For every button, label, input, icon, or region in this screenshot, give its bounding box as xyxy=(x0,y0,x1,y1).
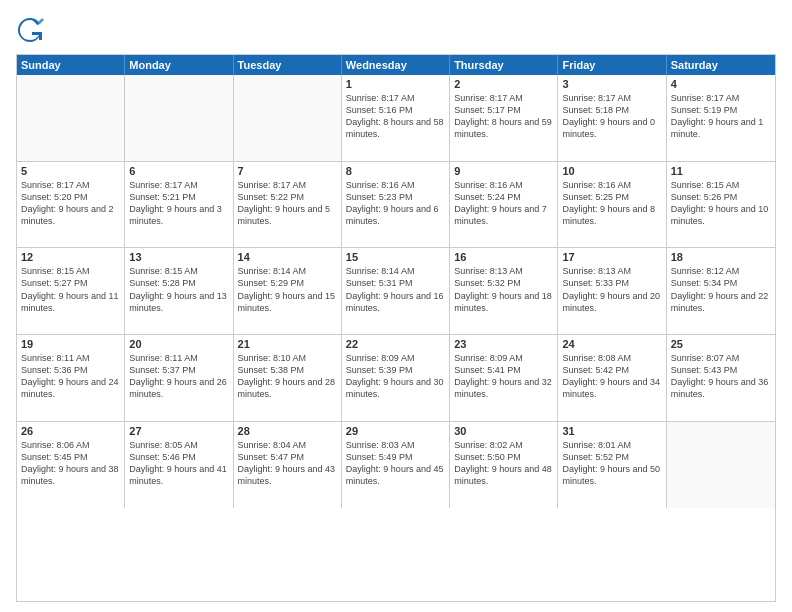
calendar: SundayMondayTuesdayWednesdayThursdayFrid… xyxy=(16,54,776,602)
calendar-cell: 15Sunrise: 8:14 AMSunset: 5:31 PMDayligh… xyxy=(342,248,450,334)
calendar-cell: 20Sunrise: 8:11 AMSunset: 5:37 PMDayligh… xyxy=(125,335,233,421)
cell-info: Sunrise: 8:16 AMSunset: 5:25 PMDaylight:… xyxy=(562,179,661,228)
calendar-cell xyxy=(125,75,233,161)
cell-info: Sunrise: 8:03 AMSunset: 5:49 PMDaylight:… xyxy=(346,439,445,488)
day-number: 5 xyxy=(21,165,120,177)
calendar-cell: 5Sunrise: 8:17 AMSunset: 5:20 PMDaylight… xyxy=(17,162,125,248)
calendar-cell: 4Sunrise: 8:17 AMSunset: 5:19 PMDaylight… xyxy=(667,75,775,161)
day-number: 24 xyxy=(562,338,661,350)
calendar-cell: 17Sunrise: 8:13 AMSunset: 5:33 PMDayligh… xyxy=(558,248,666,334)
day-number: 4 xyxy=(671,78,771,90)
day-number: 12 xyxy=(21,251,120,263)
cell-info: Sunrise: 8:17 AMSunset: 5:21 PMDaylight:… xyxy=(129,179,228,228)
calendar-cell: 8Sunrise: 8:16 AMSunset: 5:23 PMDaylight… xyxy=(342,162,450,248)
calendar-header-cell: Friday xyxy=(558,55,666,75)
cell-info: Sunrise: 8:15 AMSunset: 5:28 PMDaylight:… xyxy=(129,265,228,314)
logo xyxy=(16,16,46,44)
calendar-cell: 1Sunrise: 8:17 AMSunset: 5:16 PMDaylight… xyxy=(342,75,450,161)
cell-info: Sunrise: 8:09 AMSunset: 5:41 PMDaylight:… xyxy=(454,352,553,401)
logo-icon xyxy=(16,16,44,44)
calendar-cell: 30Sunrise: 8:02 AMSunset: 5:50 PMDayligh… xyxy=(450,422,558,509)
calendar-row: 1Sunrise: 8:17 AMSunset: 5:16 PMDaylight… xyxy=(17,75,775,162)
cell-info: Sunrise: 8:05 AMSunset: 5:46 PMDaylight:… xyxy=(129,439,228,488)
calendar-cell: 24Sunrise: 8:08 AMSunset: 5:42 PMDayligh… xyxy=(558,335,666,421)
cell-info: Sunrise: 8:17 AMSunset: 5:19 PMDaylight:… xyxy=(671,92,771,141)
cell-info: Sunrise: 8:14 AMSunset: 5:29 PMDaylight:… xyxy=(238,265,337,314)
calendar-cell: 2Sunrise: 8:17 AMSunset: 5:17 PMDaylight… xyxy=(450,75,558,161)
calendar-cell: 6Sunrise: 8:17 AMSunset: 5:21 PMDaylight… xyxy=(125,162,233,248)
day-number: 7 xyxy=(238,165,337,177)
day-number: 30 xyxy=(454,425,553,437)
calendar-cell: 9Sunrise: 8:16 AMSunset: 5:24 PMDaylight… xyxy=(450,162,558,248)
day-number: 28 xyxy=(238,425,337,437)
calendar-header-cell: Sunday xyxy=(17,55,125,75)
day-number: 19 xyxy=(21,338,120,350)
calendar-cell: 10Sunrise: 8:16 AMSunset: 5:25 PMDayligh… xyxy=(558,162,666,248)
day-number: 31 xyxy=(562,425,661,437)
day-number: 14 xyxy=(238,251,337,263)
cell-info: Sunrise: 8:11 AMSunset: 5:36 PMDaylight:… xyxy=(21,352,120,401)
cell-info: Sunrise: 8:01 AMSunset: 5:52 PMDaylight:… xyxy=(562,439,661,488)
cell-info: Sunrise: 8:02 AMSunset: 5:50 PMDaylight:… xyxy=(454,439,553,488)
cell-info: Sunrise: 8:15 AMSunset: 5:26 PMDaylight:… xyxy=(671,179,771,228)
calendar-cell: 13Sunrise: 8:15 AMSunset: 5:28 PMDayligh… xyxy=(125,248,233,334)
calendar-cell: 18Sunrise: 8:12 AMSunset: 5:34 PMDayligh… xyxy=(667,248,775,334)
calendar-cell xyxy=(17,75,125,161)
calendar-header-cell: Tuesday xyxy=(234,55,342,75)
day-number: 20 xyxy=(129,338,228,350)
calendar-cell: 11Sunrise: 8:15 AMSunset: 5:26 PMDayligh… xyxy=(667,162,775,248)
cell-info: Sunrise: 8:13 AMSunset: 5:32 PMDaylight:… xyxy=(454,265,553,314)
calendar-cell: 27Sunrise: 8:05 AMSunset: 5:46 PMDayligh… xyxy=(125,422,233,509)
calendar-row: 5Sunrise: 8:17 AMSunset: 5:20 PMDaylight… xyxy=(17,162,775,249)
calendar-row: 12Sunrise: 8:15 AMSunset: 5:27 PMDayligh… xyxy=(17,248,775,335)
cell-info: Sunrise: 8:10 AMSunset: 5:38 PMDaylight:… xyxy=(238,352,337,401)
calendar-cell: 12Sunrise: 8:15 AMSunset: 5:27 PMDayligh… xyxy=(17,248,125,334)
calendar-header-cell: Wednesday xyxy=(342,55,450,75)
day-number: 22 xyxy=(346,338,445,350)
calendar-cell: 22Sunrise: 8:09 AMSunset: 5:39 PMDayligh… xyxy=(342,335,450,421)
day-number: 23 xyxy=(454,338,553,350)
cell-info: Sunrise: 8:17 AMSunset: 5:17 PMDaylight:… xyxy=(454,92,553,141)
calendar-header-cell: Thursday xyxy=(450,55,558,75)
day-number: 29 xyxy=(346,425,445,437)
day-number: 17 xyxy=(562,251,661,263)
day-number: 18 xyxy=(671,251,771,263)
cell-info: Sunrise: 8:17 AMSunset: 5:22 PMDaylight:… xyxy=(238,179,337,228)
header xyxy=(16,16,776,44)
cell-info: Sunrise: 8:13 AMSunset: 5:33 PMDaylight:… xyxy=(562,265,661,314)
calendar-cell: 3Sunrise: 8:17 AMSunset: 5:18 PMDaylight… xyxy=(558,75,666,161)
cell-info: Sunrise: 8:12 AMSunset: 5:34 PMDaylight:… xyxy=(671,265,771,314)
calendar-cell xyxy=(234,75,342,161)
calendar-header-cell: Saturday xyxy=(667,55,775,75)
cell-info: Sunrise: 8:16 AMSunset: 5:23 PMDaylight:… xyxy=(346,179,445,228)
cell-info: Sunrise: 8:08 AMSunset: 5:42 PMDaylight:… xyxy=(562,352,661,401)
cell-info: Sunrise: 8:06 AMSunset: 5:45 PMDaylight:… xyxy=(21,439,120,488)
cell-info: Sunrise: 8:16 AMSunset: 5:24 PMDaylight:… xyxy=(454,179,553,228)
day-number: 15 xyxy=(346,251,445,263)
cell-info: Sunrise: 8:17 AMSunset: 5:18 PMDaylight:… xyxy=(562,92,661,141)
day-number: 13 xyxy=(129,251,228,263)
cell-info: Sunrise: 8:09 AMSunset: 5:39 PMDaylight:… xyxy=(346,352,445,401)
calendar-cell: 23Sunrise: 8:09 AMSunset: 5:41 PMDayligh… xyxy=(450,335,558,421)
page: SundayMondayTuesdayWednesdayThursdayFrid… xyxy=(0,0,792,612)
calendar-cell: 16Sunrise: 8:13 AMSunset: 5:32 PMDayligh… xyxy=(450,248,558,334)
calendar-cell: 28Sunrise: 8:04 AMSunset: 5:47 PMDayligh… xyxy=(234,422,342,509)
calendar-row: 19Sunrise: 8:11 AMSunset: 5:36 PMDayligh… xyxy=(17,335,775,422)
calendar-header-cell: Monday xyxy=(125,55,233,75)
cell-info: Sunrise: 8:07 AMSunset: 5:43 PMDaylight:… xyxy=(671,352,771,401)
cell-info: Sunrise: 8:15 AMSunset: 5:27 PMDaylight:… xyxy=(21,265,120,314)
cell-info: Sunrise: 8:11 AMSunset: 5:37 PMDaylight:… xyxy=(129,352,228,401)
day-number: 27 xyxy=(129,425,228,437)
calendar-cell: 31Sunrise: 8:01 AMSunset: 5:52 PMDayligh… xyxy=(558,422,666,509)
day-number: 1 xyxy=(346,78,445,90)
calendar-cell: 25Sunrise: 8:07 AMSunset: 5:43 PMDayligh… xyxy=(667,335,775,421)
calendar-cell: 7Sunrise: 8:17 AMSunset: 5:22 PMDaylight… xyxy=(234,162,342,248)
calendar-cell xyxy=(667,422,775,509)
cell-info: Sunrise: 8:04 AMSunset: 5:47 PMDaylight:… xyxy=(238,439,337,488)
day-number: 8 xyxy=(346,165,445,177)
cell-info: Sunrise: 8:17 AMSunset: 5:20 PMDaylight:… xyxy=(21,179,120,228)
day-number: 25 xyxy=(671,338,771,350)
day-number: 9 xyxy=(454,165,553,177)
day-number: 6 xyxy=(129,165,228,177)
calendar-row: 26Sunrise: 8:06 AMSunset: 5:45 PMDayligh… xyxy=(17,422,775,509)
